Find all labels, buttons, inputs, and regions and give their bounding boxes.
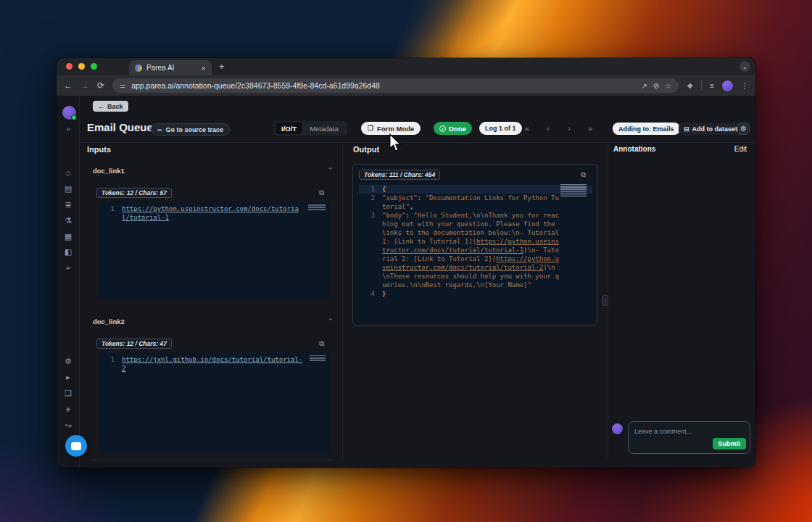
- sidebar-item-theme[interactable]: ☀: [57, 405, 80, 414]
- app-sidebar: » ⌂ ▤ ≣ ⚗ ▦ ◧ ➢ ⚙ ▸ ❏ ☀ ↪: [57, 96, 80, 468]
- doc-link1-collapse-icon[interactable]: ⌃: [328, 167, 334, 174]
- sidebar-item-deploy[interactable]: ➢: [57, 263, 80, 272]
- link-icon: ∞: [157, 126, 162, 133]
- parea-favicon: [135, 65, 142, 72]
- document-icon: ❐: [368, 125, 373, 132]
- browser-window: Parea AI × + ⌄ ← → ⟳ ⚌ app.parea.ai/anno…: [57, 58, 755, 468]
- url-bar[interactable]: ⚌ app.parea.ai/annotation-queue/2c384673…: [112, 78, 679, 93]
- extensions-icon[interactable]: ❖: [687, 82, 693, 90]
- doc-link2-copy-icon[interactable]: ⧉: [319, 339, 324, 348]
- close-window-button[interactable]: [66, 63, 72, 70]
- browser-tab[interactable]: Parea AI ×: [129, 60, 212, 75]
- doc-link1-label: doc_link1: [93, 167, 125, 175]
- sidebar-item-datasets[interactable]: ≣: [57, 200, 80, 209]
- view-mode-tabs: I/O/T Metadata: [274, 121, 347, 136]
- gear-icon: ⚙: [740, 125, 747, 133]
- browser-menu-kebab-icon[interactable]: ⋮: [741, 82, 748, 90]
- doc-link2-tokens-badge: Tokens: 12 / Chars: 47: [96, 339, 172, 349]
- url-text[interactable]: app.parea.ai/annotation-queue/2c384673-8…: [131, 81, 635, 90]
- tab-strip-chevron-icon[interactable]: ⌄: [740, 61, 750, 72]
- first-log-icon[interactable]: «: [521, 124, 533, 133]
- previous-log-icon[interactable]: ‹: [542, 124, 554, 133]
- tab-strip: Parea AI × + ⌄: [57, 58, 755, 75]
- done-button[interactable]: ✓ Done: [434, 122, 472, 135]
- sidebar-expand-icon[interactable]: »: [57, 125, 80, 133]
- sidebar-item-tutorials[interactable]: ▸: [57, 373, 80, 381]
- user-avatar[interactable]: [62, 106, 76, 120]
- header-divider: [80, 142, 755, 143]
- inputs-divider: [93, 460, 334, 460]
- comment-avatar: [612, 423, 623, 434]
- sidebar-item-docs[interactable]: ❏: [57, 389, 80, 397]
- add-to-dataset-label: Add to dataset: [692, 125, 738, 133]
- reading-list-icon[interactable]: ≡: [710, 82, 714, 90]
- doc-link1-tokens-badge: Tokens: 12 / Chars: 57: [96, 188, 172, 198]
- reload-icon[interactable]: ⟳: [97, 80, 104, 91]
- page-title: Email Queue: [87, 121, 153, 133]
- adding-to-emails-button[interactable]: Adding to: Emails: [613, 123, 680, 135]
- annotations-heading: Annotations: [613, 145, 655, 153]
- toolbar-separator: [701, 80, 702, 91]
- doc-link1-editor[interactable]: 1https://python.useinstructor.com/docs/t…: [99, 202, 330, 299]
- bookmark-star-icon[interactable]: ☆: [665, 82, 671, 90]
- sidebar-item-logs[interactable]: ▤: [57, 184, 80, 193]
- log-counter-label: Log 1 of 1: [485, 125, 516, 132]
- mouse-cursor: [388, 133, 402, 152]
- new-tab-button[interactable]: +: [219, 61, 225, 72]
- sidebar-item-gallery[interactable]: ▦: [57, 232, 80, 241]
- sidebar-item-home[interactable]: ⌂: [57, 168, 80, 177]
- traffic-lights: [66, 63, 97, 70]
- browser-profile-avatar[interactable]: [722, 80, 733, 91]
- submit-comment-button[interactable]: Submit: [713, 438, 747, 450]
- done-label: Done: [449, 125, 466, 133]
- inputs-heading: Inputs: [87, 145, 111, 154]
- eye-off-icon[interactable]: ⊘: [653, 82, 659, 90]
- sidebar-item-settings[interactable]: ⚙: [57, 357, 80, 365]
- next-log-icon[interactable]: ›: [563, 124, 575, 133]
- output-copy-icon[interactable]: ⧉: [581, 170, 586, 179]
- last-log-icon[interactable]: »: [584, 124, 596, 133]
- doc-link2-label: doc_link2: [93, 318, 125, 326]
- tab-close-icon[interactable]: ×: [202, 64, 206, 72]
- back-nav-icon[interactable]: ←: [64, 80, 72, 91]
- fullscreen-window-button[interactable]: [91, 63, 97, 70]
- add-to-dataset-button[interactable]: ⊟ Add to dataset: [679, 123, 742, 135]
- doc-link1-minimap: [308, 204, 326, 212]
- output-heading: Output: [353, 145, 379, 154]
- panel-resize-handle[interactable]: ⋮: [602, 295, 608, 306]
- source-trace-label: Go to source trace: [165, 126, 223, 133]
- tab-iot[interactable]: I/O/T: [276, 123, 302, 134]
- doc-link2-minimap: [310, 355, 326, 361]
- output-tokens-badge: Tokens: 111 / Chars: 454: [359, 170, 440, 180]
- sidebar-item-experiments[interactable]: ⚗: [57, 216, 80, 225]
- tab-title: Parea AI: [146, 64, 197, 72]
- back-button-label: Back: [107, 103, 123, 110]
- back-button[interactable]: ← Back: [93, 101, 128, 112]
- browser-toolbar: ← → ⟳ ⚌ app.parea.ai/annotation-queue/2c…: [57, 75, 755, 96]
- tab-metadata[interactable]: Metadata: [302, 123, 346, 134]
- send-to-device-icon[interactable]: ↗: [641, 82, 647, 90]
- doc-link1-copy-icon[interactable]: ⧉: [319, 188, 324, 197]
- queue-settings-button[interactable]: ⚙: [737, 123, 750, 135]
- doc-link2-editor[interactable]: 1https://jxnl.github.io/docs/tutorial/tu…: [99, 352, 330, 453]
- go-to-source-trace-button[interactable]: ∞ Go to source trace: [151, 123, 230, 136]
- chat-widget-button[interactable]: [65, 435, 87, 457]
- forward-nav-icon[interactable]: →: [80, 80, 89, 91]
- annotations-edit-link[interactable]: Edit: [734, 145, 747, 153]
- column-divider-1: [342, 143, 343, 460]
- site-settings-icon[interactable]: ⚌: [120, 82, 125, 89]
- adding-to-label: Adding to: Emails: [618, 125, 674, 133]
- dataset-icon: ⊟: [684, 125, 689, 133]
- sidebar-item-logout[interactable]: ↪: [57, 421, 80, 430]
- minimize-window-button[interactable]: [78, 63, 85, 70]
- output-minimap: [560, 184, 587, 196]
- doc-link2-collapse-icon[interactable]: ⌃: [328, 318, 334, 325]
- sidebar-item-evals[interactable]: ◧: [57, 247, 80, 256]
- form-mode-label: Form Mode: [377, 125, 414, 133]
- output-editor[interactable]: 1{2"subject": "Documentation Links for P…: [359, 182, 592, 322]
- output-card: Tokens: 111 / Chars: 454 ⧉ 1{2"subject":…: [352, 164, 597, 326]
- back-arrow-icon: ←: [98, 103, 104, 110]
- check-circle-icon: ✓: [439, 125, 446, 132]
- log-counter-button[interactable]: Log 1 of 1: [479, 122, 522, 135]
- comment-box: Submit: [628, 421, 750, 454]
